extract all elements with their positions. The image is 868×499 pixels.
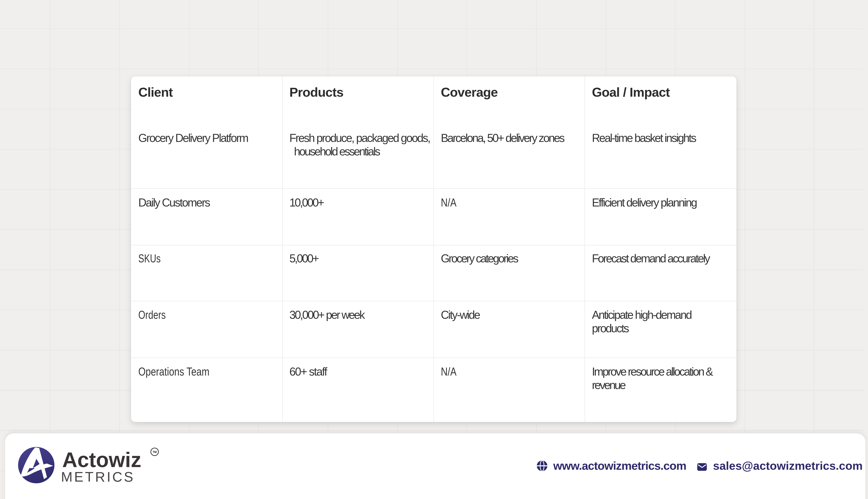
svg-text:TM: TM bbox=[152, 451, 157, 453]
